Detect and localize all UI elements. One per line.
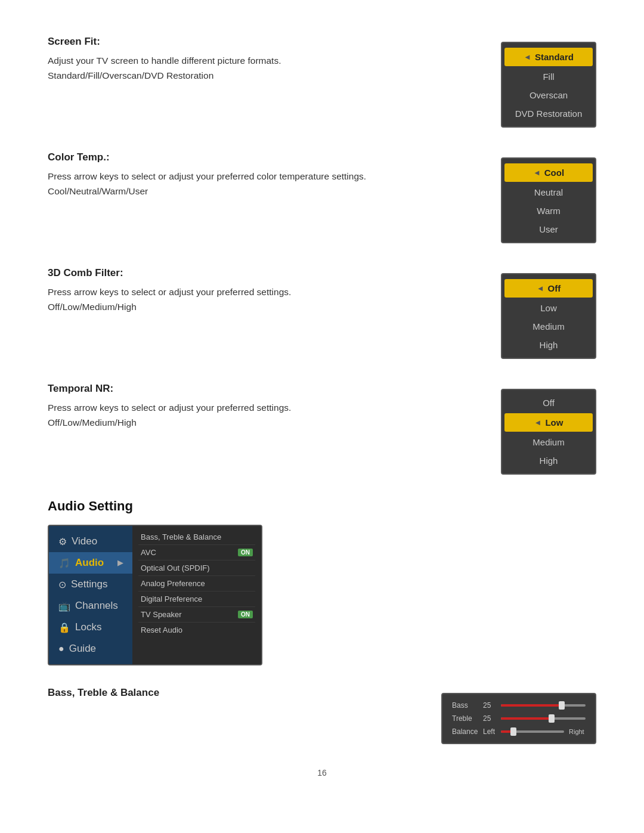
optical-label: Optical Out (SPDIF) <box>141 563 210 572</box>
color-temp-title: Color Temp.: <box>48 151 483 163</box>
comb-filter-desc2: Off/Low/Medium/High <box>48 300 483 315</box>
sidebar-item-video[interactable]: ⚙ Video <box>49 531 132 552</box>
temporal-nr-text: Temporal NR: Press arrow keys to select … <box>48 383 483 431</box>
balance-label: Balance <box>452 727 478 736</box>
content-item-title: Bass, Treble & Balance <box>138 529 255 545</box>
color-temp-item-user[interactable]: User <box>502 220 595 239</box>
treble-value: 25 <box>483 714 496 723</box>
color-temp-item-cool[interactable]: ◄ Cool <box>504 163 593 182</box>
balance-value: Left <box>483 727 496 736</box>
color-temp-item-warm[interactable]: Warm <box>502 202 595 220</box>
screen-fit-item-standard[interactable]: ◄ Standard <box>504 48 593 66</box>
screen-fit-title: Screen Fit: <box>48 36 483 48</box>
bass-track[interactable] <box>501 704 586 707</box>
treble-slider-row: Treble 25 <box>452 714 586 723</box>
comb-filter-item-medium[interactable]: Medium <box>502 317 595 336</box>
comb-filter-text: 3D Comb Filter: Press arrow keys to sele… <box>48 267 483 315</box>
tv-speaker-badge: ON <box>238 611 253 618</box>
sidebar-item-locks[interactable]: 🔒 Locks <box>49 617 132 638</box>
tv-sidebar: ⚙ Video 🎵 Audio ▶ ⊙ Settings 📺 Channels … <box>49 526 132 664</box>
screen-fit-section: Screen Fit: Adjust your TV screen to han… <box>48 36 596 128</box>
arrow-left-icon: ◄ <box>534 418 542 427</box>
arrow-left-icon: ◄ <box>537 284 544 293</box>
treble-fill <box>501 717 552 720</box>
content-title-label: Bass, Treble & Balance <box>141 532 221 541</box>
audio-content-panel: Bass, Treble & Balance AVC ON Optical Ou… <box>132 526 261 664</box>
screen-fit-desc1: Adjust your TV screen to handle differen… <box>48 54 483 69</box>
sidebar-item-channels-label: Channels <box>75 600 118 612</box>
screen-fit-text: Screen Fit: Adjust your TV screen to han… <box>48 36 483 83</box>
content-item-analog[interactable]: Analog Preference <box>138 576 255 592</box>
chevron-right-icon: ▶ <box>117 559 123 567</box>
content-item-avc[interactable]: AVC ON <box>138 545 255 561</box>
screen-fit-desc2: Standard/Fill/Overscan/DVD Restoration <box>48 69 483 83</box>
content-item-reset[interactable]: Reset Audio <box>138 623 255 637</box>
audio-tv-screen: ⚙ Video 🎵 Audio ▶ ⊙ Settings 📺 Channels … <box>48 525 262 665</box>
treble-thumb[interactable] <box>549 714 555 723</box>
content-item-digital[interactable]: Digital Preference <box>138 592 255 607</box>
bass-fill <box>501 704 562 707</box>
audio-setting-section: Audio Setting ⚙ Video 🎵 Audio ▶ ⊙ Settin… <box>48 498 596 665</box>
comb-filter-item-low[interactable]: Low <box>502 299 595 317</box>
treble-label: Treble <box>452 714 478 723</box>
bass-treble-title: Bass, Treble & Balance <box>48 687 423 699</box>
page-number: 16 <box>48 768 596 778</box>
balance-thumb[interactable] <box>510 727 516 736</box>
comb-filter-desc1: Press arrow keys to select or adjust you… <box>48 285 483 300</box>
temporal-nr-desc1: Press arrow keys to select or adjust you… <box>48 401 483 416</box>
sidebar-item-settings-label: Settings <box>71 578 107 590</box>
reset-label: Reset Audio <box>141 625 182 634</box>
guide-icon: ● <box>58 643 64 654</box>
bass-slider-row: Bass 25 <box>452 701 586 710</box>
bass-treble-section: Bass, Treble & Balance Bass 25 Treble 25… <box>48 687 596 744</box>
sidebar-item-settings[interactable]: ⊙ Settings <box>49 574 132 595</box>
temporal-nr-item-high[interactable]: High <box>502 451 595 470</box>
temporal-nr-item-off[interactable]: Off <box>502 394 595 412</box>
sidebar-item-locks-label: Locks <box>75 621 101 633</box>
digital-label: Digital Preference <box>141 594 202 603</box>
screen-fit-item-overscan[interactable]: Overscan <box>502 86 595 104</box>
comb-filter-menu: ◄ Off Low Medium High <box>501 273 596 359</box>
channels-icon: 📺 <box>58 600 70 612</box>
arrow-left-icon: ◄ <box>533 168 541 177</box>
sidebar-item-guide[interactable]: ● Guide <box>49 638 132 659</box>
temporal-nr-item-low[interactable]: ◄ Low <box>504 413 593 432</box>
sidebar-item-guide-label: Guide <box>69 643 96 655</box>
content-item-optical[interactable]: Optical Out (SPDIF) <box>138 561 255 576</box>
balance-end-label: Right <box>569 728 586 735</box>
arrow-left-icon: ◄ <box>524 52 531 61</box>
comb-filter-item-off[interactable]: ◄ Off <box>504 279 593 298</box>
sidebar-item-channels[interactable]: 📺 Channels <box>49 595 132 617</box>
bass-value: 25 <box>483 701 496 710</box>
color-temp-desc1: Press arrow keys to select or adjust you… <box>48 169 483 184</box>
bass-label: Bass <box>452 701 478 710</box>
content-item-tv-speaker[interactable]: TV Speaker ON <box>138 607 255 623</box>
tv-speaker-label: TV Speaker <box>141 610 182 619</box>
analog-label: Analog Preference <box>141 579 205 588</box>
comb-filter-item-high[interactable]: High <box>502 336 595 354</box>
screen-fit-menu: ◄ Standard Fill Overscan DVD Restoration <box>501 42 596 128</box>
bass-thumb[interactable] <box>559 701 565 710</box>
balance-slider-row: Balance Left Right <box>452 727 586 736</box>
color-temp-section: Color Temp.: Press arrow keys to select … <box>48 151 596 243</box>
temporal-nr-desc2: Off/Low/Medium/High <box>48 416 483 431</box>
comb-filter-section: 3D Comb Filter: Press arrow keys to sele… <box>48 267 596 359</box>
screen-fit-item-fill[interactable]: Fill <box>502 67 595 86</box>
locks-icon: 🔒 <box>58 622 70 633</box>
temporal-nr-title: Temporal NR: <box>48 383 483 395</box>
avc-label: AVC <box>141 548 156 557</box>
sidebar-item-audio[interactable]: 🎵 Audio ▶ <box>49 552 132 574</box>
sliders-box: Bass 25 Treble 25 Balance Left Right <box>441 693 596 744</box>
screen-fit-item-dvd[interactable]: DVD Restoration <box>502 104 595 123</box>
temporal-nr-section: Temporal NR: Press arrow keys to select … <box>48 383 596 475</box>
temporal-nr-item-medium[interactable]: Medium <box>502 433 595 451</box>
audio-icon: 🎵 <box>58 558 70 569</box>
treble-track[interactable] <box>501 717 586 720</box>
color-temp-item-neutral[interactable]: Neutral <box>502 183 595 202</box>
comb-filter-title: 3D Comb Filter: <box>48 267 483 279</box>
color-temp-menu: ◄ Cool Neutral Warm User <box>501 157 596 243</box>
sidebar-item-video-label: Video <box>72 535 97 547</box>
color-temp-text: Color Temp.: Press arrow keys to select … <box>48 151 483 199</box>
balance-track[interactable] <box>501 730 564 733</box>
avc-badge: ON <box>238 549 253 556</box>
